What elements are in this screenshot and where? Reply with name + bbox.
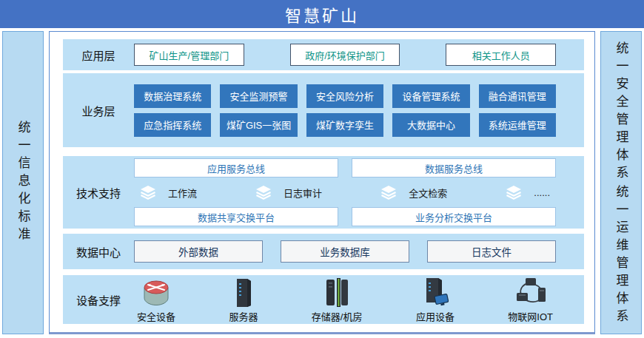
firewall-icon [139, 277, 173, 308]
tech-support-label: 技术支持 [63, 185, 134, 200]
service-bus: 应用服务总线 [134, 158, 338, 178]
layer-row-application: 应用层 矿山生产/管理部门 政府/环境保护部门 相关工作人员 [63, 39, 584, 70]
middleware-service: 日志审计 [255, 185, 322, 200]
diagram-body: 统一信息化标准 应用层 矿山生产/管理部门 政府/环境保护部门 相关工作人员 业… [0, 28, 644, 338]
business-system: 煤矿数字孪生 [306, 113, 383, 137]
device-label: 存储器/机房 [312, 309, 363, 323]
service-bus-row: 应用服务总线 数据服务总线 [134, 158, 556, 178]
middleware-service-label: 全文检索 [409, 186, 447, 200]
left-pillar-label: 统一信息化标准 [17, 121, 30, 245]
storage-rack-icon [323, 277, 351, 308]
device-support-items: 安全设备 [134, 277, 556, 323]
application-item: 矿山生产/管理部门 [134, 44, 244, 66]
middleware-service: 工作流 [140, 185, 197, 200]
middleware-services-row: 工作流 日志审计 全文检索 [134, 183, 556, 201]
middleware-service-label: ...... [534, 187, 550, 198]
smart-mine-architecture-diagram: 智慧矿山 统一信息化标准 应用层 矿山生产/管理部门 政府/环境保护部门 相关工… [0, 0, 644, 338]
iot-network-icon [514, 277, 548, 308]
left-pillar-unified-informatization-standard: 统一信息化标准 [2, 31, 44, 334]
application-item: 政府/环境保护部门 [290, 44, 400, 66]
business-system: 大数据中心 [392, 113, 469, 137]
business-system: 应急指挥系统 [134, 113, 211, 137]
right-pillar-security-label: 统一安全管理体系 [615, 41, 628, 183]
application-layer-items: 矿山生产/管理部门 政府/环境保护部门 相关工作人员 [134, 44, 556, 66]
device-label: 物联网IOT [508, 309, 553, 323]
right-pillar-operations-label: 统一运维管理体系 [615, 185, 628, 327]
data-center-items: 外部数据 业务数据库 日志文件 [134, 240, 556, 263]
device: 存储器/机房 [312, 277, 363, 323]
device-label: 安全设备 [137, 309, 175, 323]
layers-icon [140, 185, 156, 200]
application-item: 相关工作人员 [446, 44, 556, 66]
business-system: 煤矿GIS一张图 [220, 113, 297, 137]
business-layer-items: 数据治理系统 安全监测预警 安全风险分析 设备管理系统 融合通讯管理 应急指挥系… [134, 84, 556, 137]
middleware-service-label: 工作流 [168, 186, 197, 200]
device: 物联网IOT [508, 277, 553, 323]
business-system: 设备管理系统 [392, 84, 469, 108]
layer-row-business: 业务层 数据治理系统 安全监测预警 安全风险分析 设备管理系统 融合通讯管理 应… [63, 73, 584, 147]
middleware-service-label: 日志审计 [284, 186, 322, 200]
business-system: 融合通讯管理 [479, 84, 556, 108]
application-layer-label: 应用层 [63, 47, 134, 63]
data-store: 业务数据库 [281, 240, 409, 263]
device: 应用设备 [416, 277, 455, 323]
layers-icon [506, 185, 522, 200]
layers-icon [380, 185, 397, 200]
device: 服务器 [229, 277, 258, 323]
exchange-platform: 数据共享交换平台 [134, 207, 338, 226]
business-system: 安全风险分析 [306, 84, 383, 108]
tech-support-items: 应用服务总线 数据服务总线 工作流 [134, 158, 556, 226]
device-label: 应用设备 [416, 309, 455, 323]
middleware-service: ...... [506, 185, 550, 200]
layer-row-device-support: 设备支撑 [63, 275, 584, 324]
business-system: 数据治理系统 [134, 84, 211, 108]
layer-row-data-center: 数据中心 外部数据 业务数据库 日志文件 [63, 234, 584, 269]
layers-icon [255, 185, 272, 200]
middleware-service: 全文检索 [380, 185, 447, 200]
server-icon [231, 277, 256, 308]
right-pillar-unified-management-systems: 统一安全管理体系 统一运维管理体系 [600, 31, 642, 334]
diagram-title: 智慧矿山 [0, 0, 644, 28]
device-support-label: 设备支撑 [63, 292, 134, 308]
business-system: 安全监测预警 [220, 84, 297, 108]
main-panel: 应用层 矿山生产/管理部门 政府/环境保护部门 相关工作人员 业务层 数据治理系… [49, 31, 595, 334]
data-center-label: 数据中心 [63, 244, 134, 260]
device: 安全设备 [137, 277, 175, 323]
business-layer-label: 业务层 [63, 103, 134, 118]
data-store: 外部数据 [134, 240, 263, 263]
service-bus: 数据服务总线 [352, 158, 556, 178]
exchange-platform: 业务分析交换平台 [352, 207, 556, 226]
device-label: 服务器 [229, 309, 258, 323]
data-store: 日志文件 [427, 240, 556, 263]
business-system: 系统运维管理 [479, 113, 556, 137]
workstation-icon [420, 277, 450, 308]
layer-row-tech-support: 技术支持 应用服务总线 数据服务总线 工作流 [63, 156, 584, 229]
exchange-platform-row: 数据共享交换平台 业务分析交换平台 [134, 207, 556, 226]
